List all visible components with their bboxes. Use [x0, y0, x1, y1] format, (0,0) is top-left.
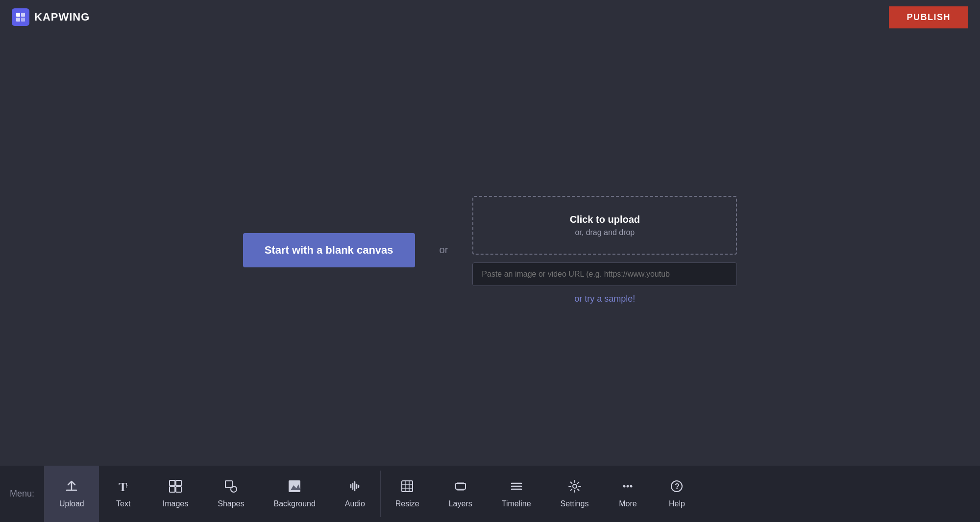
upload-icon [65, 479, 78, 496]
toolbar-item-help[interactable]: ?Help [652, 466, 701, 522]
toolbar-label-images: Images [163, 499, 188, 508]
svg-point-11 [231, 486, 237, 492]
svg-rect-9 [176, 487, 181, 492]
more-icon [621, 479, 635, 496]
url-input[interactable] [472, 262, 737, 286]
help-icon: ? [670, 479, 684, 496]
svg-rect-0 [16, 13, 20, 17]
toolbar-label-resize: Resize [395, 499, 419, 508]
toolbar-item-timeline[interactable]: Timeline [487, 466, 546, 522]
center-content: Start with a blank canvas or Click to up… [243, 196, 737, 304]
toolbar-item-shapes[interactable]: Shapes [203, 466, 259, 522]
svg-rect-1 [21, 13, 25, 17]
toolbar-label-layers: Layers [449, 499, 472, 508]
or-divider: or [440, 244, 448, 256]
toolbar-item-upload[interactable]: Upload [45, 466, 99, 522]
audio-icon [348, 479, 362, 496]
timeline-icon [510, 479, 523, 496]
toolbar-label-text: Text [116, 499, 130, 508]
svg-rect-2 [16, 18, 20, 22]
toolbar-label-settings: Settings [561, 499, 589, 508]
upload-drop-zone[interactable]: Click to upload or, drag and drop [472, 196, 737, 255]
toolbar-label-more: More [619, 499, 637, 508]
svg-text:?: ? [675, 482, 680, 491]
upload-drop-zone-title: Click to upload [570, 214, 640, 225]
svg-rect-3 [21, 18, 25, 22]
svg-rect-15 [457, 482, 464, 483]
svg-text:r: r [125, 482, 128, 490]
svg-rect-7 [176, 480, 181, 486]
publish-button[interactable]: PUBLISH [889, 6, 968, 28]
toolbar-label-audio: Audio [345, 499, 365, 508]
svg-point-20 [630, 485, 633, 488]
svg-rect-13 [402, 481, 413, 492]
toolbar-item-audio[interactable]: Audio [330, 466, 380, 522]
svg-point-17 [573, 484, 577, 488]
upload-drop-zone-subtitle: or, drag and drop [575, 228, 635, 237]
images-icon [169, 479, 182, 496]
toolbar-label-upload: Upload [59, 499, 84, 508]
toolbar-label-shapes: Shapes [218, 499, 244, 508]
svg-rect-14 [456, 483, 466, 489]
toolbar-item-layers[interactable]: Layers [434, 466, 487, 522]
toolbar-item-background[interactable]: Background [259, 466, 330, 522]
toolbar-item-text[interactable]: TrText [99, 466, 148, 522]
svg-rect-10 [225, 481, 232, 488]
logo-area: KAPWING [12, 8, 90, 26]
toolbar: Menu: UploadTrTextImagesShapesBackground… [0, 466, 980, 522]
logo-text: KAPWING [34, 11, 90, 24]
toolbar-item-resize[interactable]: Resize [381, 466, 434, 522]
toolbar-item-images[interactable]: Images [148, 466, 203, 522]
shapes-icon [224, 479, 238, 496]
upload-section: Click to upload or, drag and drop or try… [472, 196, 737, 304]
menu-label: Menu: [0, 466, 45, 522]
logo-icon [12, 8, 29, 26]
text-icon: Tr [117, 479, 130, 496]
toolbar-label-timeline: Timeline [502, 499, 531, 508]
toolbar-item-more[interactable]: More [603, 466, 652, 522]
resize-icon [400, 479, 414, 496]
toolbar-label-background: Background [273, 499, 315, 508]
svg-point-18 [623, 485, 626, 488]
toolbar-item-settings[interactable]: Settings [546, 466, 604, 522]
header: KAPWING PUBLISH [0, 0, 980, 34]
background-icon [288, 479, 301, 496]
main-area: Start with a blank canvas or Click to up… [0, 34, 980, 466]
svg-point-19 [627, 485, 629, 488]
settings-icon [568, 479, 582, 496]
svg-rect-8 [170, 487, 175, 492]
toolbar-items: UploadTrTextImagesShapesBackgroundAudioR… [45, 466, 980, 522]
svg-rect-6 [170, 480, 175, 486]
layers-icon [454, 479, 467, 496]
toolbar-label-help: Help [669, 499, 685, 508]
try-sample-link[interactable]: or try a sample! [574, 294, 635, 304]
blank-canvas-button[interactable]: Start with a blank canvas [243, 233, 415, 267]
svg-rect-16 [457, 489, 464, 491]
